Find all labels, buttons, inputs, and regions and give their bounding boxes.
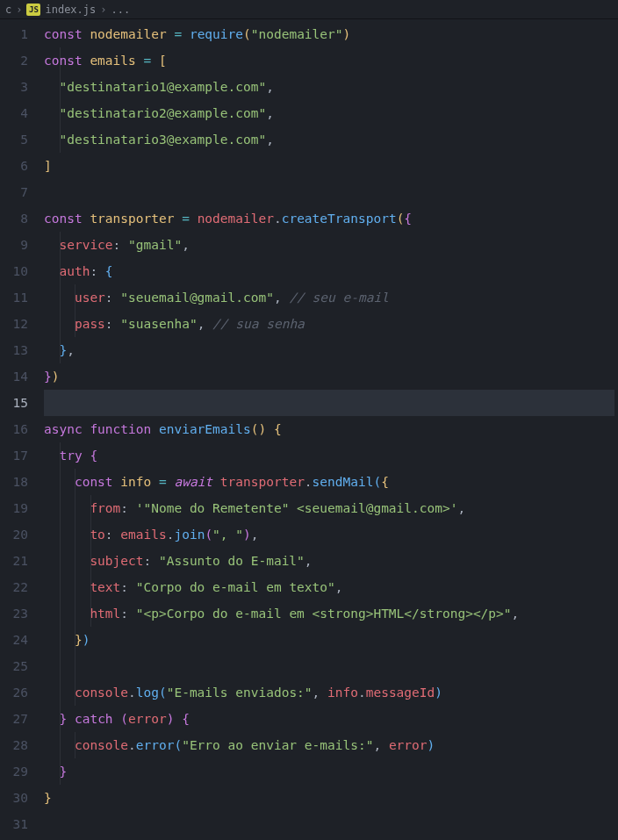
code-line[interactable]: }	[44, 785, 618, 811]
code-line[interactable]: })	[44, 627, 618, 653]
code-line[interactable]: from: '"Nome do Remetente" <seuemail@gma…	[44, 495, 618, 521]
token	[44, 607, 90, 621]
code-line[interactable]: } catch (error) {	[44, 706, 618, 732]
token: :	[105, 291, 120, 305]
token: :	[120, 580, 135, 594]
indent-guide	[75, 732, 75, 758]
code-line[interactable]: subject: "Assunto do E-mail",	[44, 548, 618, 574]
indent-guide	[60, 126, 61, 153]
indent-guide	[60, 495, 61, 521]
code-line[interactable]: pass: "suasenha", // sua senha	[44, 311, 618, 337]
token: text	[90, 580, 120, 594]
code-line[interactable]: }	[44, 758, 618, 785]
token: subject	[90, 554, 143, 568]
token: .	[305, 475, 313, 489]
breadcrumb-tail[interactable]: ...	[111, 4, 131, 16]
token: :	[90, 264, 104, 278]
indent-guide	[60, 232, 61, 258]
code-line[interactable]: const info = await transporter.sendMail(…	[44, 469, 618, 495]
token: service	[59, 238, 112, 252]
code-line[interactable]: ]	[44, 153, 618, 179]
code-line[interactable]: user: "seuemail@gmail.com", // seu e-mai…	[44, 284, 618, 311]
token: .	[128, 686, 136, 700]
code-line[interactable]: console.log("E-mails enviados:", info.me…	[44, 679, 618, 706]
token: transporter	[220, 475, 305, 489]
token: (	[243, 27, 251, 41]
token: :	[120, 607, 135, 621]
indent-guide	[60, 574, 61, 600]
code-line[interactable]: },	[44, 337, 618, 363]
line-number-gutter: 1234567891011121314151617181920212223242…	[0, 19, 44, 837]
token: ,	[198, 317, 212, 331]
token: :	[105, 317, 120, 331]
code-line[interactable]: })	[44, 363, 618, 390]
indent-guide	[75, 548, 75, 574]
code-line[interactable]	[44, 179, 618, 205]
breadcrumb-root[interactable]: c	[5, 4, 11, 16]
line-number: 31	[0, 811, 28, 837]
indent-guide	[60, 627, 61, 653]
token: // sua senha	[212, 317, 305, 331]
token	[174, 712, 182, 726]
code-editor[interactable]: 1234567891011121314151617181920212223242…	[0, 19, 618, 837]
token	[44, 449, 59, 463]
token: error	[128, 712, 167, 726]
code-line[interactable]: to: emails.join(", "),	[44, 521, 618, 548]
code-line[interactable]: "destinatario1@example.com",	[44, 74, 618, 100]
token: "Corpo do e-mail em texto"	[136, 580, 335, 594]
minimap[interactable]	[614, 19, 618, 840]
code-line[interactable]	[44, 811, 618, 837]
token	[113, 475, 121, 489]
code-line[interactable]: const emails = [	[44, 47, 618, 74]
token: ()	[251, 422, 266, 436]
indent-guide	[60, 74, 61, 100]
token: )	[83, 633, 90, 647]
code-area[interactable]: const nodemailer = require("nodemailer")…	[44, 19, 618, 837]
token: emails	[120, 528, 166, 542]
token: catch	[75, 712, 113, 726]
breadcrumb-file[interactable]: index.js	[45, 4, 96, 16]
token: info	[120, 475, 151, 489]
code-line[interactable]: const nodemailer = require("nodemailer")	[44, 21, 618, 47]
token: '"Nome do Remetente" <seuemail@gmail.com…	[136, 501, 458, 515]
indent-guide	[90, 548, 91, 574]
indent-guide	[60, 337, 61, 363]
code-line[interactable]: service: "gmail",	[44, 232, 618, 258]
breadcrumb[interactable]: c › JS index.js › ...	[0, 0, 618, 19]
token	[212, 475, 220, 489]
token: "destinatario1@example.com"	[59, 80, 266, 94]
line-number: 3	[0, 74, 28, 100]
indent-guide	[60, 758, 61, 785]
token	[44, 264, 59, 278]
code-line[interactable]: "destinatario3@example.com",	[44, 126, 618, 153]
token	[44, 501, 90, 515]
token: console	[75, 738, 128, 752]
line-number: 26	[0, 679, 28, 706]
token: ,	[182, 238, 190, 252]
token: // seu e-mail	[289, 291, 389, 305]
indent-guide	[75, 311, 75, 337]
code-line[interactable]: html: "<p>Corpo do e-mail em <strong>HTM…	[44, 600, 618, 627]
token: )	[243, 528, 251, 542]
code-line[interactable]	[44, 390, 618, 416]
code-line[interactable]: const transporter = nodemailer.createTra…	[44, 205, 618, 232]
token: ,	[335, 580, 343, 594]
token: :	[144, 554, 159, 568]
indent-guide	[75, 469, 75, 495]
token: }	[44, 370, 52, 384]
code-line[interactable]: auth: {	[44, 258, 618, 284]
indent-guide	[60, 706, 61, 732]
token: ,	[266, 106, 274, 120]
token: :	[113, 238, 128, 252]
token: createTransport	[282, 212, 397, 226]
indent-guide	[75, 679, 75, 706]
code-line[interactable]	[44, 653, 618, 679]
code-line[interactable]: async function enviarEmails() {	[44, 416, 618, 442]
code-line[interactable]: "destinatario2@example.com",	[44, 100, 618, 126]
token: "destinatario2@example.com"	[59, 106, 266, 120]
code-line[interactable]: text: "Corpo do e-mail em texto",	[44, 574, 618, 600]
code-line[interactable]: try {	[44, 442, 618, 469]
line-number: 25	[0, 653, 28, 679]
line-number: 9	[0, 232, 28, 258]
code-line[interactable]: console.error("Erro ao enviar e-mails:",…	[44, 732, 618, 758]
